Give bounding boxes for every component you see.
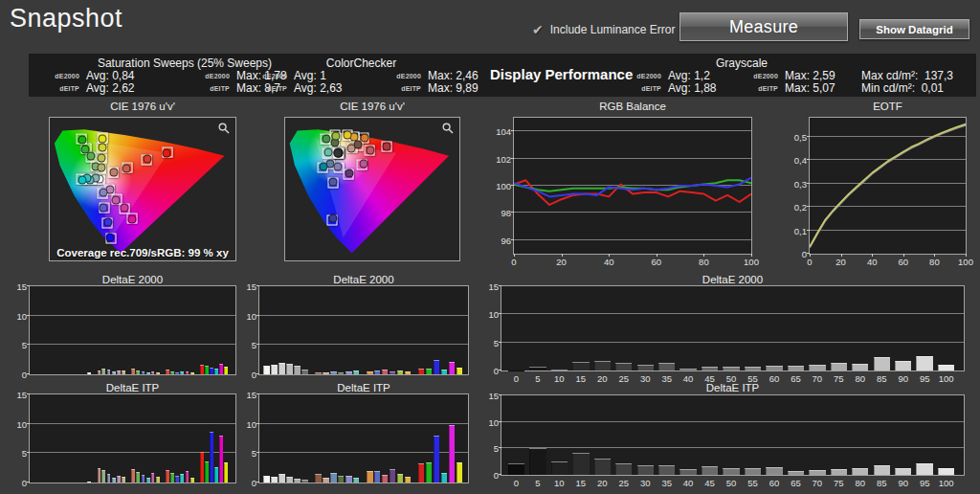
bar-95 <box>916 356 932 370</box>
include-luminance-error-checkbox[interactable]: ✔ Include Luminance Error <box>532 22 675 37</box>
bar-red-25- <box>98 468 101 483</box>
show-datagrid-button[interactable]: Show Datagrid <box>859 19 969 39</box>
measured-point <box>329 214 338 223</box>
y-axis-tick-mark <box>256 423 259 424</box>
bar-green <box>426 462 433 483</box>
bar-moderate-red <box>382 370 389 374</box>
colorchecker-stats: ColorChecker dE2000 Avg: 1 dE2000 Max: 2… <box>244 56 479 95</box>
x-axis-tick-label: 100 <box>744 257 759 267</box>
bar-green <box>426 369 433 374</box>
bar-orange <box>367 371 373 374</box>
measured-point <box>332 132 341 141</box>
grayscale-stats: Grayscale dE2000 Avg: 1,2 dE2000 Max: 2,… <box>622 56 976 95</box>
bar-foliage <box>338 372 345 374</box>
bar-yellow-75- <box>190 372 194 374</box>
y-axis-tick-mark <box>27 285 30 286</box>
measured-point <box>103 217 112 226</box>
magnifier-icon[interactable] <box>442 123 454 134</box>
x-axis-tick-label: 40 <box>867 257 878 267</box>
measured-point <box>333 163 342 171</box>
bar-neutral-3-5 <box>294 479 301 483</box>
measured-point <box>382 143 390 151</box>
bar-neutral-5 <box>286 364 293 374</box>
bar-red-100- <box>200 452 204 483</box>
measured-point <box>122 164 130 172</box>
measured-point <box>100 189 108 197</box>
bar-5 <box>529 448 546 475</box>
rgb-balance-plot: 9698100102104020406080100 <box>513 117 752 255</box>
bar-yellow-100- <box>224 367 228 374</box>
measured-point <box>100 204 108 213</box>
measured-point <box>322 135 330 144</box>
deltae2000-saturation-plot: 051015 <box>29 285 236 375</box>
bar-65 <box>788 366 804 370</box>
x-axis-tick-label: 0 <box>511 257 516 267</box>
bar-yellow-50- <box>156 372 160 374</box>
gridline <box>259 344 468 345</box>
y-axis-tick-mark <box>256 452 259 453</box>
bar-80 <box>852 468 868 475</box>
x-axis-tick-label: 80 <box>699 257 709 267</box>
x-axis-tick-label: 60 <box>652 257 662 267</box>
gridline <box>259 423 468 424</box>
y-axis-tick-mark <box>499 421 501 422</box>
bar-20 <box>594 459 611 475</box>
magnifier-icon[interactable] <box>218 123 230 134</box>
x-axis-tick-label: 50 <box>726 478 737 488</box>
eotf-plot: 00,10,20,30,40,5020406080100 <box>809 117 967 255</box>
bar-yellow <box>457 368 463 374</box>
y-axis-tick-label: 0,2 <box>794 203 807 212</box>
y-axis-tick-label: 15 <box>246 282 256 291</box>
grayscale-title: Grayscale <box>622 56 861 70</box>
y-axis-tick-mark <box>27 344 30 345</box>
x-axis-tick-label: 95 <box>920 478 930 488</box>
chart-title: RGB Balance <box>513 101 752 115</box>
bar-green-50- <box>136 370 140 374</box>
max-luminance-label: Max cd/m²: <box>861 69 918 82</box>
y-axis-tick-label: 10 <box>488 310 499 319</box>
bar-75 <box>831 469 847 475</box>
bar-magenta-100- <box>219 364 223 374</box>
bar-45 <box>702 367 718 370</box>
bar-white <box>263 476 270 483</box>
colorchecker-deitp-max: Max: 9,89 <box>428 82 479 95</box>
bar-green-100- <box>205 461 209 483</box>
line-chart-canvas <box>810 118 966 254</box>
x-axis-tick-mark <box>841 254 842 257</box>
y-axis-tick-mark <box>27 393 30 394</box>
bar-black <box>301 480 308 483</box>
bar-10 <box>551 370 568 370</box>
measure-button[interactable]: Measure <box>679 12 848 41</box>
bar-green-25- <box>101 369 105 374</box>
bar-red <box>418 463 425 483</box>
bar-purplish-blue <box>374 471 381 483</box>
y-axis-tick-mark <box>256 344 259 345</box>
bar-50 <box>723 367 739 370</box>
x-axis-tick-label: 55 <box>747 478 758 488</box>
measured-point <box>345 169 353 178</box>
bar-neutral-5 <box>286 477 293 483</box>
bar-85 <box>874 357 890 370</box>
deitp-label: dEITP <box>244 82 294 95</box>
y-axis-tick-label: 10 <box>246 419 256 428</box>
measured-point <box>323 147 332 156</box>
measured-point <box>328 178 337 187</box>
y-axis-tick-label: 0 <box>802 250 807 258</box>
gridline <box>501 447 964 448</box>
y-axis-tick-label: 10 <box>246 311 256 320</box>
bar-cyan-75- <box>180 474 184 483</box>
x-axis-tick-label: 60 <box>769 478 780 488</box>
measured-point <box>112 195 121 204</box>
y-axis-tick-label: 5 <box>252 449 256 458</box>
bar-15 <box>572 453 589 475</box>
de2000-label: dE2000 <box>187 70 236 82</box>
x-axis-tick-label: 90 <box>898 478 908 488</box>
gridline <box>30 315 235 316</box>
bar-blue <box>434 360 440 374</box>
bar-green-50- <box>136 472 140 483</box>
bar-5 <box>529 367 546 370</box>
x-axis-tick-label: 10 <box>554 478 565 488</box>
y-axis-tick-label: 100 <box>496 182 511 191</box>
y-axis-tick-label: 102 <box>496 154 511 163</box>
bar-red-100- <box>200 365 204 374</box>
